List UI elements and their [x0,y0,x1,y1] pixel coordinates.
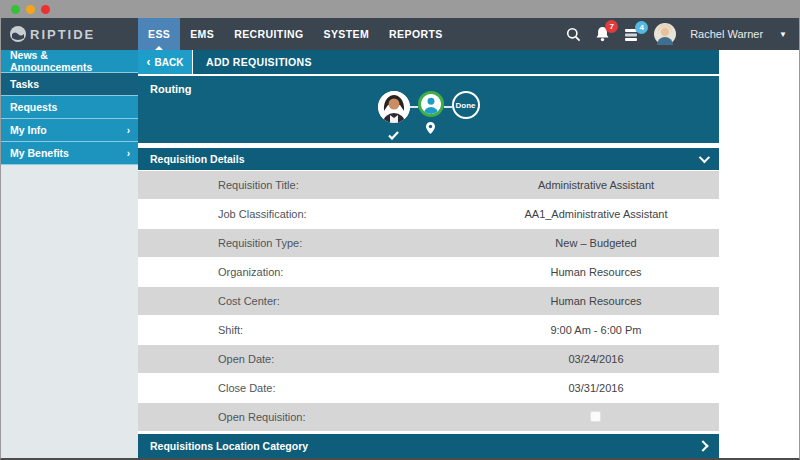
main-nav: ESS EMS RECRUITING SYSTEM REPORTS [138,18,453,50]
detail-row-requisition-title: Requisition Title: Administrative Assist… [138,171,719,199]
routing-step-approver[interactable] [378,91,410,140]
routing-connector [410,106,418,108]
routing-step-done[interactable]: Done [452,91,480,136]
navbar-right-tools: 7 4 Rachel Warner ▼ [566,18,799,50]
detail-row-open-requisition: Open Requisition: [138,403,719,431]
detail-row-open-date: Open Date: 03/24/2016 [138,345,719,373]
traffic-light-red[interactable] [41,5,50,14]
nav-tab-system[interactable]: SYSTEM [314,18,380,50]
routing-connector [444,106,452,108]
user-avatar [654,23,676,45]
traffic-light-orange[interactable] [26,5,35,14]
sidebar-item-my-info[interactable]: My Info › [1,119,138,142]
chevron-right-icon: › [127,148,130,159]
location-pin-icon [426,122,435,134]
detail-row-organization: Organization: Human Resources [138,258,719,286]
top-navbar: RIPTIDE ESS EMS RECRUITING SYSTEM REPORT… [1,18,799,50]
chevron-right-icon [697,440,708,451]
requisition-details-section: Requisition Details Requisition Title: A… [138,148,719,458]
traffic-light-green[interactable] [11,5,20,14]
detail-row-close-date: Close Date: 03/31/2016 [138,374,719,402]
open-requisition-checkbox[interactable] [590,411,601,422]
notifications-button[interactable]: 7 [595,26,610,42]
chevron-down-icon[interactable]: ▼ [779,30,787,39]
detail-row-cost-center: Cost Center: Human Resources [138,287,719,315]
sidebar-item-tasks[interactable]: Tasks [1,73,138,96]
check-icon [388,131,399,140]
search-icon [566,27,581,42]
requisitions-location-category-header[interactable]: Requisitions Location Category [138,434,719,458]
nav-tab-recruiting[interactable]: RECRUITING [224,18,313,50]
approver-avatar [378,91,410,123]
user-menu[interactable] [654,23,676,45]
brand-logo[interactable]: RIPTIDE [1,18,138,50]
brand-name: RIPTIDE [30,27,95,42]
details-rows: Requisition Title: Administrative Assist… [138,171,719,431]
detail-row-shift: Shift: 9:00 Am - 6:00 Pm [138,316,719,344]
search-button[interactable] [566,27,581,42]
sidebar-item-my-benefits[interactable]: My Benefits › [1,142,138,165]
chevron-left-icon: ‹ [147,57,151,67]
page-header: ‹ BACK ADD REQUISITIONS [138,50,719,74]
detail-row-job-classification: Job Classification: AA1_Administrative A… [138,200,719,228]
routing-steps: Done [138,91,719,140]
notification-count-badge: 7 [605,20,618,33]
message-count-badge: 4 [635,21,648,34]
routing-step-current[interactable] [418,91,444,134]
current-step-avatar [418,91,444,117]
done-step-circle: Done [452,91,480,119]
main-content: ‹ BACK ADD REQUISITIONS Routing [138,50,799,458]
user-name[interactable]: Rachel Warner [690,28,763,40]
sidebar-item-requests[interactable]: Requests [1,96,138,119]
nav-tab-reports[interactable]: REPORTS [379,18,453,50]
detail-row-requisition-type: Requisition Type: New – Budgeted [138,229,719,257]
nav-tab-ess[interactable]: ESS [138,18,180,50]
nav-tab-ems[interactable]: EMS [180,18,224,50]
chevron-right-icon: › [127,125,130,136]
routing-section: Routing [138,76,719,143]
requisition-details-header[interactable]: Requisition Details [138,148,719,170]
chevron-down-icon [699,152,710,163]
browser-window: RIPTIDE ESS EMS RECRUITING SYSTEM REPORT… [0,0,800,460]
back-button[interactable]: ‹ BACK [138,50,192,74]
page-title: ADD REQUISITIONS [193,50,719,74]
messages-button[interactable]: 4 [624,27,640,42]
sidebar-item-news-announcements[interactable]: News & Announcements [1,50,138,73]
sidebar: News & Announcements Tasks Requests My I… [1,50,138,458]
riptide-logo-icon [10,26,26,42]
window-titlebar [1,0,799,18]
